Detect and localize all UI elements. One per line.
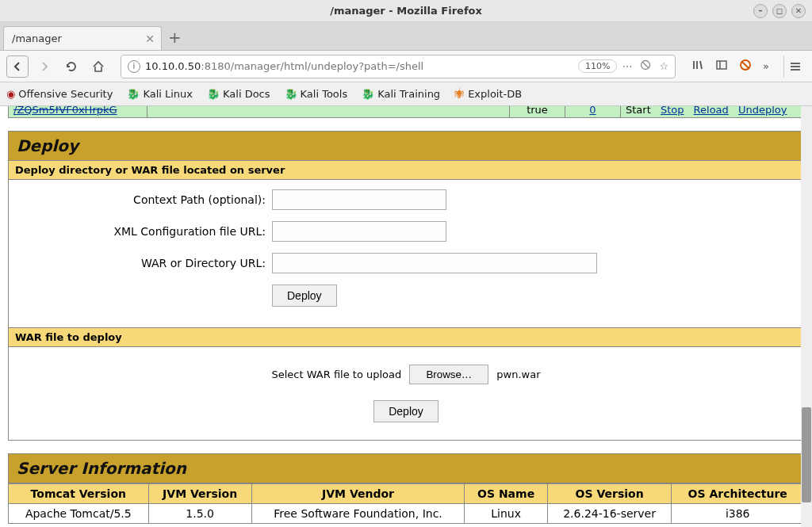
svg-line-8 (742, 62, 749, 68)
sidebar-icon[interactable] (715, 59, 728, 74)
selected-file: pwn.war (496, 369, 540, 380)
navigation-bar: i 10.10.0.50:8180/manager/html/undeploy?… (0, 51, 812, 82)
col-tomcat: Tomcat Version (9, 484, 149, 504)
shield-icon: ◉ (6, 88, 15, 100)
war-url-label: WAR or Directory URL: (18, 257, 272, 269)
bookmark-offsec[interactable]: ◉ Offensive Security (6, 88, 113, 100)
deploy-server-panel: Context Path (optional): XML Configurati… (8, 180, 804, 328)
window-titlebar: /manager - Mozilla Firefox – ◻ ✕ (0, 0, 812, 22)
tab-close-icon[interactable]: ✕ (145, 32, 155, 45)
bookmark-kali-training[interactable]: 🐉 Kali Training (362, 88, 440, 100)
context-path-label: Context Path (optional): (18, 193, 272, 206)
dragon-icon: 🐉 (285, 88, 297, 100)
home-button[interactable] (87, 55, 109, 78)
bookmark-star-icon[interactable]: ☆ (659, 60, 668, 72)
menu-button[interactable] (783, 55, 806, 78)
val-tomcat: Apache Tomcat/5.5 (9, 504, 149, 524)
tab-bar: /manager ✕ + (0, 22, 812, 51)
upload-label: Select WAR file to upload (271, 369, 401, 380)
scrollbar-thumb[interactable] (802, 407, 811, 502)
svg-line-4 (700, 61, 702, 69)
app-stop-link[interactable]: Stop (661, 106, 684, 116)
col-os-name: OS Name (465, 484, 547, 504)
close-button[interactable]: ✕ (791, 4, 806, 18)
col-jvm-version: JVM Version (148, 484, 251, 504)
xml-url-label: XML Configuration file URL: (18, 225, 272, 238)
server-info-table: Tomcat Version JVM Version JVM Vendor OS… (8, 483, 804, 524)
dragon-icon: 🐉 (207, 88, 220, 100)
table-row: Apache Tomcat/5.5 1.5.0 Free Software Fo… (9, 504, 804, 524)
context-path-input[interactable] (272, 189, 446, 210)
col-jvm-vendor: JVM Vendor (251, 484, 465, 504)
noscript-icon[interactable] (739, 59, 752, 74)
col-os-version: OS Version (547, 484, 672, 504)
bookmarks-bar: ◉ Offensive Security 🐉 Kali Linux 🐉 Kali… (0, 82, 812, 106)
war-url-input[interactable] (272, 253, 597, 273)
dragon-icon: 🐉 (127, 88, 140, 100)
application-row: /ZQSm5fVF0xHrpkG true 0 Start Stop Reloa… (8, 106, 804, 118)
app-start: Start (626, 106, 651, 116)
upload-deploy-button[interactable]: Deploy (373, 400, 439, 422)
tab-title: /manager (12, 32, 62, 44)
xml-url-input[interactable] (272, 221, 446, 242)
bookmark-kali-docs[interactable]: 🐉 Kali Docs (207, 88, 270, 100)
war-upload-panel: Select WAR file to upload Browse… pwn.wa… (8, 347, 804, 441)
deploy-server-header: Deploy directory or WAR file located on … (8, 161, 804, 180)
library-icon[interactable] (691, 59, 704, 74)
page-content: /ZQSm5fVF0xHrpkG true 0 Start Stop Reloa… (0, 106, 812, 527)
app-running: true (510, 106, 565, 117)
browse-button[interactable]: Browse… (409, 365, 488, 384)
site-info-icon[interactable]: i (128, 60, 140, 73)
url-text: 10.10.0.50:8180/manager/html/undeploy?pa… (145, 60, 573, 72)
bookmark-kali-linux[interactable]: 🐉 Kali Linux (127, 88, 193, 100)
app-reload-link[interactable]: Reload (694, 106, 729, 116)
app-path-link[interactable]: /ZQSm5fVF0xHrpkG (13, 106, 117, 116)
forward-button[interactable] (33, 55, 56, 78)
col-os-arch: OS Architecture (672, 484, 804, 504)
server-info-title: Server Information (8, 453, 804, 483)
val-os-version: 2.6.24-16-server (547, 504, 672, 524)
dragon-icon: 🐉 (362, 88, 374, 100)
zoom-badge[interactable]: 110% (578, 59, 617, 73)
deploy-section-title: Deploy (8, 131, 804, 161)
url-bar[interactable]: i 10.10.0.50:8180/manager/html/undeploy?… (121, 55, 676, 78)
browser-tab[interactable]: /manager ✕ (3, 26, 162, 50)
spider-icon: 🕷 (454, 88, 465, 100)
minimize-button[interactable]: – (753, 4, 768, 18)
scrollbar[interactable] (801, 106, 812, 527)
back-button[interactable] (6, 55, 29, 78)
window-title: /manager - Mozilla Firefox (330, 5, 482, 17)
overflow-icon[interactable]: » (763, 60, 769, 72)
svg-rect-5 (717, 61, 726, 69)
svg-line-1 (642, 62, 649, 68)
table-header-row: Tomcat Version JVM Version JVM Vendor OS… (9, 484, 804, 504)
val-jvm-vendor: Free Software Foundation, Inc. (251, 504, 465, 524)
bookmark-kali-tools[interactable]: 🐉 Kali Tools (285, 88, 348, 100)
new-tab-button[interactable]: + (168, 28, 182, 50)
deploy-button[interactable]: Deploy (272, 285, 337, 307)
war-upload-header: WAR file to deploy (8, 328, 804, 347)
maximize-button[interactable]: ◻ (772, 4, 787, 18)
reload-button[interactable] (60, 55, 82, 78)
app-sessions-link[interactable]: 0 (589, 106, 596, 116)
val-os-arch: i386 (672, 504, 804, 524)
bookmark-exploit-db[interactable]: 🕷 Exploit-DB (454, 88, 522, 100)
val-jvm-version: 1.5.0 (148, 504, 251, 524)
app-undeploy-link[interactable]: Undeploy (738, 106, 787, 116)
val-os-name: Linux (465, 504, 547, 524)
reader-mode-icon[interactable] (640, 59, 651, 73)
page-actions-icon[interactable]: ⋯ (622, 60, 632, 72)
